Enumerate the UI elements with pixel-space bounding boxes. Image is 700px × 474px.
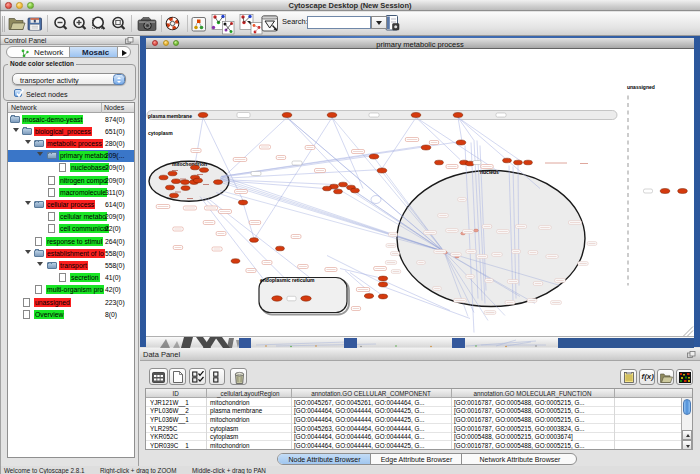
svg-text:mitochondrion: mitochondrion <box>172 160 207 166</box>
svg-text:plasma membrane: plasma membrane <box>148 112 192 118</box>
svg-text:unassigned: unassigned <box>627 83 655 89</box>
svg-text:nucleus: nucleus <box>480 168 499 174</box>
svg-text:cytoplasm: cytoplasm <box>148 129 173 135</box>
svg-text:endoplasmic reticulum: endoplasmic reticulum <box>260 277 315 283</box>
